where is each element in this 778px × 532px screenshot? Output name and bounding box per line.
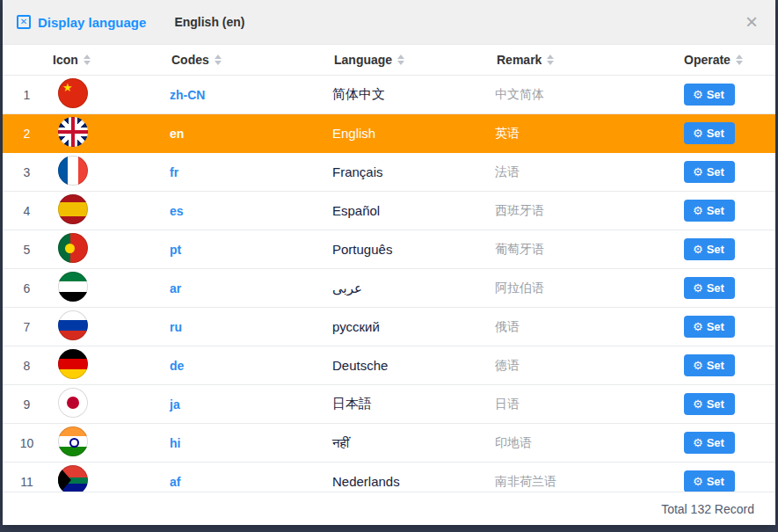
set-button-label: Set (707, 243, 724, 257)
set-button[interactable]: ⚙Set (684, 238, 735, 261)
row-number: 10 (3, 436, 51, 450)
table-row[interactable]: 3 fr Français 法语 ⚙Set (3, 153, 775, 192)
language-remark: 德语 (495, 358, 682, 374)
set-button-label: Set (707, 359, 724, 373)
sort-icon[interactable] (84, 55, 91, 65)
language-code: pt (170, 243, 332, 257)
column-header-operate[interactable]: Operate (682, 53, 775, 67)
table-row[interactable]: 9 ja 日本語 日语 ⚙Set (3, 385, 775, 424)
row-number: 6 (3, 281, 51, 295)
language-name: عربى (332, 281, 495, 296)
column-header-codes[interactable]: Codes (170, 53, 332, 67)
language-code: ar (170, 281, 332, 295)
set-button-label: Set (707, 320, 724, 334)
set-button[interactable]: ⚙Set (684, 122, 735, 145)
sort-icon[interactable] (736, 55, 743, 65)
row-number: 7 (3, 320, 51, 334)
table-row[interactable]: 1 zh-CN 简体中文 中文简体 ⚙Set (3, 76, 775, 114)
gear-icon: ⚙ (693, 204, 703, 218)
column-label: Icon (53, 53, 78, 67)
table-row[interactable]: 8 de Deutsche 德语 ⚙Set (3, 346, 775, 385)
uk-flag-icon (58, 117, 88, 147)
language-remark: 葡萄牙语 (495, 242, 682, 258)
set-button[interactable]: ⚙Set (684, 161, 735, 184)
table-row[interactable]: 7 ru русский 俄语 ⚙Set (3, 308, 775, 346)
dialog-title: Display language (38, 15, 146, 30)
table-body: 1 zh-CN 简体中文 中文简体 ⚙Set 2 en English 英语 ⚙… (3, 76, 775, 492)
language-code: ja (170, 397, 332, 412)
gear-icon: ⚙ (693, 359, 703, 373)
language-remark: 印地语 (495, 435, 682, 451)
gear-icon: ⚙ (693, 127, 703, 141)
display-language-dialog: ✕ Display language English (en) × Icon C… (3, 0, 775, 525)
sort-icon[interactable] (214, 55, 222, 65)
gear-icon: ⚙ (693, 281, 703, 295)
row-number: 3 (3, 165, 51, 179)
gear-icon: ⚙ (693, 165, 703, 179)
table-header: Icon Codes Language Remark Operate (3, 44, 775, 76)
set-button-label: Set (707, 88, 724, 102)
dialog-header: ✕ Display language English (en) × (3, 0, 775, 44)
close-icon[interactable]: × (745, 11, 758, 33)
sort-icon[interactable] (547, 55, 554, 65)
spain-flag-icon (58, 194, 88, 224)
row-number: 9 (3, 397, 51, 412)
language-code: es (170, 204, 332, 218)
total-records-label: Total 132 Record (661, 502, 754, 516)
language-remark: 西班牙语 (495, 203, 682, 219)
set-button[interactable]: ⚙Set (684, 470, 735, 492)
row-number: 5 (3, 243, 51, 257)
set-button-label: Set (707, 475, 724, 489)
set-button[interactable]: ⚙Set (684, 354, 735, 377)
language-remark: 南非荷兰语 (495, 474, 682, 490)
language-name: Nederlands (332, 474, 495, 489)
language-remark: 阿拉伯语 (495, 281, 682, 296)
language-code: zh-CN (170, 88, 332, 102)
set-button[interactable]: ⚙Set (684, 84, 735, 106)
set-button[interactable]: ⚙Set (684, 200, 735, 222)
set-button-label: Set (707, 436, 724, 450)
table-row[interactable]: 10 hi नहीं 印地语 ⚙Set (3, 424, 775, 463)
sort-icon[interactable] (397, 55, 404, 65)
russia-flag-icon (58, 310, 88, 340)
germany-flag-icon (58, 349, 88, 379)
language-name: English (332, 126, 495, 141)
set-button-label: Set (707, 281, 724, 295)
table-row[interactable]: 11 af Nederlands 南非荷兰语 ⚙Set (3, 463, 775, 492)
portugal-flag-icon (58, 233, 88, 263)
south-africa-flag-icon (58, 465, 88, 492)
set-button[interactable]: ⚙Set (684, 432, 735, 455)
current-language-label: English (en) (174, 15, 244, 29)
set-button[interactable]: ⚙Set (684, 393, 735, 416)
table-row[interactable]: 6 ar عربى 阿拉伯语 ⚙Set (3, 269, 775, 308)
dialog-footer: Total 132 Record (3, 492, 775, 525)
column-header-remark[interactable]: Remark (495, 53, 682, 67)
language-name: Português (332, 242, 495, 257)
language-remark: 法语 (495, 164, 682, 180)
france-flag-icon (58, 156, 88, 186)
gear-icon: ⚙ (693, 88, 703, 102)
row-number: 4 (3, 204, 51, 218)
column-header-icon[interactable]: Icon (51, 53, 170, 67)
table-row[interactable]: 4 es Español 西班牙语 ⚙Set (3, 192, 775, 230)
language-name: Deutsche (332, 358, 495, 373)
language-name: Español (332, 203, 495, 218)
table-row[interactable]: 2 en English 英语 ⚙Set (3, 114, 775, 153)
language-name: Français (332, 164, 495, 179)
column-header-language[interactable]: Language (332, 53, 495, 67)
row-number: 8 (3, 359, 51, 373)
language-name: 简体中文 (332, 86, 495, 103)
column-label: Language (334, 53, 392, 67)
china-flag-icon (58, 78, 88, 108)
set-button-label: Set (707, 127, 724, 141)
column-label: Codes (171, 53, 209, 67)
india-flag-icon (58, 426, 88, 456)
language-name: русский (332, 319, 495, 334)
language-code: en (170, 127, 332, 141)
gear-icon: ⚙ (693, 436, 703, 450)
language-remark: 英语 (495, 126, 682, 142)
set-button[interactable]: ⚙Set (684, 277, 735, 300)
table-row[interactable]: 5 pt Português 葡萄牙语 ⚙Set (3, 230, 775, 269)
row-number: 1 (3, 88, 51, 102)
set-button[interactable]: ⚙Set (684, 316, 735, 339)
